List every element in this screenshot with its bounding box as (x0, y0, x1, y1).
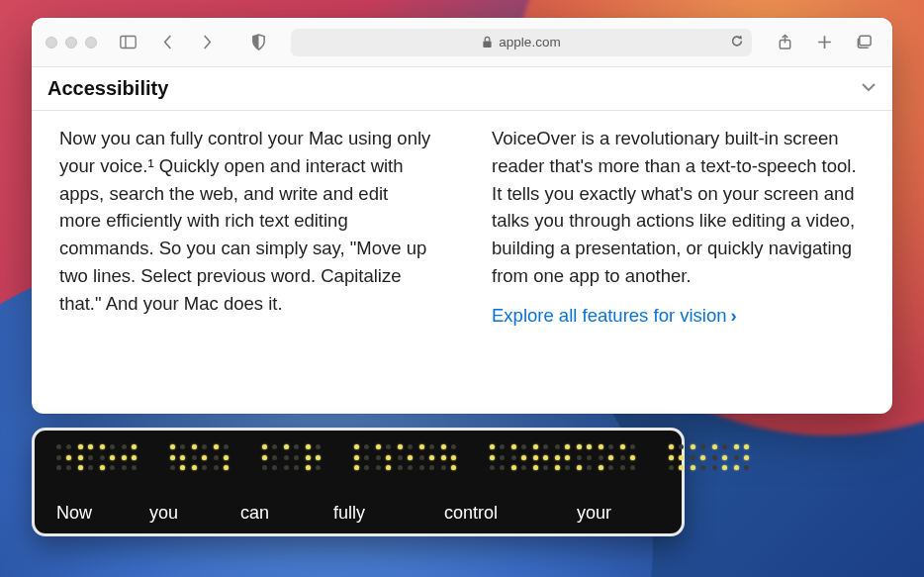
braille-cell (533, 444, 548, 470)
braille-word (170, 444, 229, 470)
braille-cell (511, 444, 526, 470)
explore-vision-link[interactable]: Explore all features for vision › (492, 302, 737, 330)
braille-word (56, 444, 137, 470)
braille-cell (669, 444, 684, 470)
content-right-column: VoiceOver is a revolutionary built-in sc… (492, 125, 865, 396)
link-text: Explore all features for vision (492, 302, 727, 330)
share-button[interactable] (770, 30, 799, 55)
voiceover-paragraph: VoiceOver is a revolutionary built-in sc… (492, 125, 865, 290)
braille-cells-row (56, 444, 660, 470)
back-button[interactable] (152, 30, 182, 55)
braille-cell (376, 444, 391, 470)
reload-button[interactable] (730, 34, 744, 50)
braille-cell (100, 444, 115, 470)
tab-overview-button[interactable] (849, 30, 878, 55)
braille-cell (78, 444, 93, 470)
braille-word (354, 444, 456, 470)
page-content: Now you can fully control your Mac using… (32, 111, 892, 414)
braille-cell (192, 444, 207, 470)
braille-cell (122, 444, 137, 470)
braille-cell (620, 444, 635, 470)
braille-cell (398, 444, 413, 470)
braille-label: control (444, 503, 543, 524)
new-tab-button[interactable] (809, 30, 839, 55)
braille-word (490, 444, 635, 470)
braille-cell (354, 444, 369, 470)
braille-cell (441, 444, 456, 470)
braille-label: can (240, 503, 300, 524)
braille-cell (214, 444, 229, 470)
braille-panel: Nowyoucanfullycontrolyour (32, 428, 685, 536)
page-title: Accessibility (47, 77, 168, 100)
braille-cell (419, 444, 434, 470)
braille-label: your (577, 503, 611, 524)
braille-cell (577, 444, 592, 470)
safari-window: apple.com Accessibility Now you can full… (32, 18, 892, 414)
braille-cell (306, 444, 321, 470)
braille-cell (712, 444, 727, 470)
braille-labels-row: Nowyoucanfullycontrolyour (56, 503, 660, 524)
forward-button[interactable] (192, 30, 222, 55)
expand-menu-button[interactable] (861, 79, 877, 99)
svg-rect-2 (484, 42, 492, 48)
braille-label: you (149, 503, 207, 524)
braille-label: Now (56, 503, 116, 524)
window-controls[interactable] (46, 37, 97, 48)
address-text: apple.com (499, 35, 560, 49)
address-bar[interactable]: apple.com (291, 29, 752, 56)
voice-control-paragraph: Now you can fully control your Mac using… (59, 125, 432, 317)
privacy-report-button[interactable] (243, 30, 273, 55)
zoom-window-icon[interactable] (85, 37, 97, 48)
braille-cell (490, 444, 505, 470)
braille-word (669, 444, 749, 470)
svg-rect-7 (859, 36, 870, 45)
svg-rect-0 (120, 37, 135, 48)
page-header: Accessibility (32, 67, 892, 111)
toolbar: apple.com (32, 18, 892, 67)
chevron-right-icon: › (731, 302, 737, 330)
braille-cell (555, 444, 570, 470)
minimize-window-icon[interactable] (65, 37, 77, 48)
braille-word (262, 444, 321, 470)
close-window-icon[interactable] (46, 37, 57, 48)
content-left-column: Now you can fully control your Mac using… (59, 125, 432, 396)
braille-cell (262, 444, 277, 470)
braille-label: fully (333, 503, 411, 524)
braille-cell (691, 444, 705, 470)
lock-icon (482, 36, 493, 48)
braille-cell (284, 444, 299, 470)
braille-cell (734, 444, 749, 470)
sidebar-toggle-button[interactable] (113, 30, 142, 55)
braille-cell (170, 444, 185, 470)
braille-cell (56, 444, 71, 470)
braille-cell (599, 444, 613, 470)
